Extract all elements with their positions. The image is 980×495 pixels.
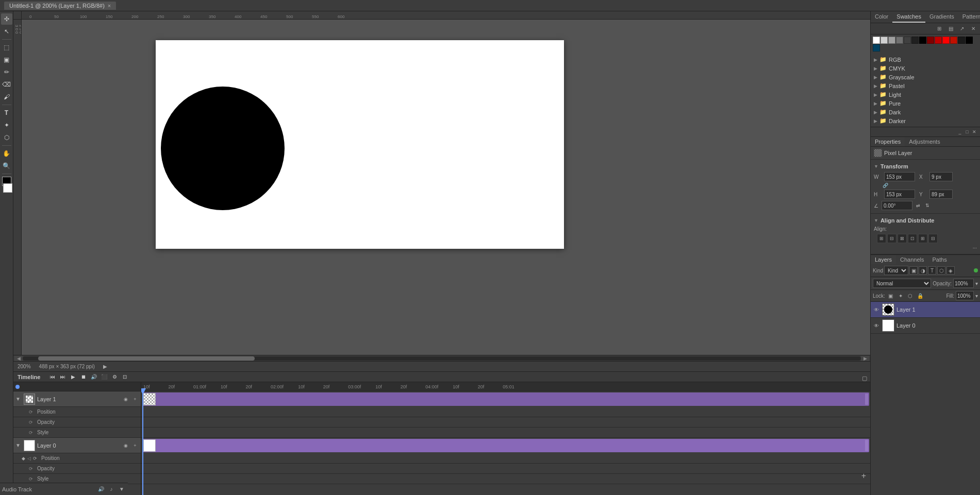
playback-play-btn[interactable]: ▶ (69, 373, 77, 381)
layers-kind-select[interactable]: Kind (884, 266, 908, 275)
swatch-teal[interactable] (873, 44, 880, 52)
opacity-input[interactable] (953, 279, 974, 288)
tab-properties[interactable]: Properties (871, 137, 905, 146)
tab-close-btn[interactable]: × (108, 3, 111, 9)
filter-pixel-btn[interactable]: ▣ (909, 266, 918, 275)
transform-section-header[interactable]: ▼ Transform (874, 162, 977, 171)
swatch-gray[interactable] (888, 37, 895, 44)
swatch-black3[interactable] (966, 37, 973, 44)
scroll-track[interactable] (23, 356, 861, 361)
lock-all-btn[interactable]: 🔒 (916, 292, 924, 300)
layer-1-vis-btn[interactable]: 👁 (873, 306, 880, 313)
align-section-header[interactable]: ▼ Align and Distribute (874, 216, 977, 225)
align-mid-btn[interactable]: ⊞ (918, 234, 927, 243)
scroll-thumb[interactable] (38, 356, 255, 361)
tab-adjustments[interactable]: Adjustments (905, 137, 944, 146)
tool-brush[interactable]: ✏ (1, 66, 12, 78)
swatch-red[interactable] (942, 37, 950, 44)
blend-mode-select[interactable]: Normal (873, 279, 931, 288)
playback-prev-btn[interactable]: ⏭ (59, 373, 67, 381)
angle-input[interactable] (882, 201, 912, 210)
swatch-group-darker[interactable]: ▶ 📁 Darker (874, 116, 977, 125)
tl-layer-0-expand[interactable]: ▼ (15, 442, 22, 448)
lock-art-btn[interactable]: ⬡ (906, 292, 915, 300)
y-input[interactable] (929, 190, 953, 199)
tool-text[interactable]: T (1, 107, 12, 118)
tl-layer-row-0[interactable]: ▼ Layer 0 ◉ + (13, 438, 141, 453)
tab-patterns[interactable]: Patterns (958, 11, 980, 23)
tl-layer-row-1[interactable]: ▼ Layer 1 ◉ + (13, 391, 141, 407)
filter-smart-btn[interactable]: ◈ (946, 266, 955, 275)
fill-input[interactable] (956, 291, 974, 300)
lock-pos-btn[interactable]: ✦ (896, 292, 905, 300)
canvas-circle-object[interactable] (161, 87, 285, 210)
tool-zoom[interactable]: 🔍 (1, 160, 12, 172)
swatch-red2[interactable] (935, 37, 942, 44)
tl-audio-note-btn[interactable]: ♪ (107, 485, 115, 493)
swatch-group-pure[interactable]: ▶ 📁 Pure (874, 99, 977, 108)
flip-v-btn[interactable]: ⇅ (924, 202, 931, 209)
tl-add-track-btn[interactable]: + (861, 471, 866, 481)
align-right-btn[interactable]: ⊠ (898, 234, 907, 243)
swatch-group-dark[interactable]: ▶ 📁 Dark (874, 108, 977, 116)
tab-swatches[interactable]: Swatches (892, 11, 925, 23)
playback-more-btn[interactable]: ⚙ (110, 373, 119, 381)
swatch-black[interactable] (919, 37, 926, 44)
layer-item-0[interactable]: 👁 Layer 0 (871, 318, 980, 334)
timeline-expand-btn[interactable]: ▢ (862, 375, 866, 379)
tool-shape[interactable]: ✦ (1, 120, 12, 131)
swatch-group-grayscale[interactable]: ▶ 📁 Grayscale (874, 73, 977, 81)
prop-panel-max-btn[interactable]: □ (964, 128, 971, 135)
tool-pen[interactable]: ⬡ (1, 132, 12, 143)
filter-shape-btn[interactable]: ⬡ (937, 266, 945, 275)
tl-layer-1-add[interactable]: + (131, 396, 139, 403)
playback-audio-btn[interactable]: 🔊 (90, 373, 98, 381)
tool-select[interactable]: ↖ (1, 26, 12, 37)
prop-panel-close-btn[interactable]: ✕ (971, 128, 978, 135)
tool-eraser[interactable]: ⌫ (1, 79, 12, 90)
swatch-group-pastel[interactable]: ▶ 📁 Pastel (874, 81, 977, 90)
playback-loop-btn[interactable]: ⬛ (100, 373, 108, 381)
prop-panel-min-btn[interactable]: _ (956, 128, 964, 135)
flip-h-btn[interactable]: ⇄ (915, 202, 922, 209)
swatch-black2[interactable] (958, 37, 965, 44)
panel-icon-2[interactable]: ▤ (946, 24, 955, 33)
filter-text-btn[interactable]: T (928, 266, 936, 275)
swatch-group-light[interactable]: ▶ 📁 Light (874, 90, 977, 99)
document-tab[interactable]: Untitled-1 @ 200% (Layer 1, RGB/8#) × (4, 2, 116, 10)
align-more-btn[interactable]: ··· (973, 245, 977, 251)
tool-move[interactable]: ✣ (1, 13, 12, 25)
swatch-verydark[interactable] (904, 37, 911, 44)
align-top-btn[interactable]: ⊡ (908, 234, 917, 243)
tab-layers[interactable]: Layers (871, 255, 896, 264)
swatch-group-cmyk[interactable]: ▶ 📁 CMYK (874, 64, 977, 73)
playback-stop-btn[interactable]: ⏹ (79, 373, 88, 381)
tl-audio-expand-btn[interactable]: ▼ (118, 485, 126, 493)
swatch-group-rgb[interactable]: ▶ 📁 RGB (874, 55, 977, 64)
layer-item-1[interactable]: 👁 Layer 1 (871, 302, 980, 318)
swatch-darkred[interactable] (927, 37, 934, 44)
link-wh-btn[interactable]: 🔗 (882, 182, 888, 189)
tool-hand[interactable]: ✋ (1, 148, 12, 159)
tab-paths[interactable]: Paths (928, 255, 951, 264)
tl-layer-1-expand[interactable]: ▼ (15, 396, 22, 402)
background-color[interactable] (3, 183, 12, 193)
swatch-nearblack[interactable] (911, 37, 919, 44)
tab-gradients[interactable]: Gradients (925, 11, 958, 23)
tab-channels[interactable]: Channels (896, 255, 928, 264)
h-input[interactable] (884, 190, 915, 199)
playback-start-btn[interactable]: ⏮ (48, 373, 57, 381)
filter-adj-btn[interactable]: ◑ (919, 266, 927, 275)
fill-down-arrow[interactable]: ▾ (975, 293, 978, 299)
x-input[interactable] (929, 172, 953, 181)
tool-paint[interactable]: 🖌 (1, 91, 12, 103)
tool-rect[interactable]: ▣ (1, 54, 12, 65)
lock-pixels-btn[interactable]: ▣ (887, 292, 895, 300)
align-center-btn[interactable]: ⊟ (887, 234, 896, 243)
playback-export-btn[interactable]: ⊡ (121, 373, 129, 381)
layer-0-vis-btn[interactable]: 👁 (873, 322, 880, 329)
scroll-right-btn[interactable]: ▶ (861, 356, 869, 361)
horizontal-scrollbar[interactable]: ◀ ▶ (13, 355, 870, 361)
tab-color[interactable]: Color (871, 11, 892, 23)
w-input[interactable] (884, 172, 915, 181)
